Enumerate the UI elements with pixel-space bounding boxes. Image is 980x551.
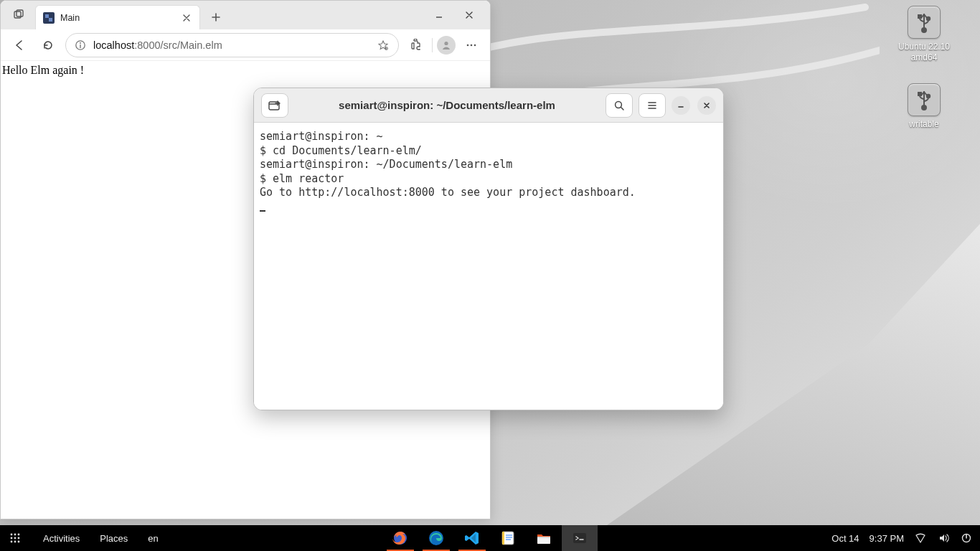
browser-window-controls [427, 5, 490, 29]
terminal-line: $ elm reactor [260, 172, 344, 185]
browser-tab-main[interactable]: Main [35, 5, 200, 29]
svg-point-18 [11, 534, 13, 536]
svg-point-15 [474, 44, 476, 46]
terminal-minimize-button[interactable] [672, 96, 690, 115]
terminal-close-button[interactable] [697, 96, 716, 115]
svg-rect-1 [918, 15, 921, 18]
places-menu[interactable]: Places [90, 533, 138, 544]
power-icon[interactable] [960, 532, 973, 545]
svg-rect-33 [573, 533, 586, 543]
activities-menu[interactable]: Activities [33, 533, 90, 544]
tab-actions-button[interactable] [6, 3, 31, 27]
svg-rect-10 [80, 44, 80, 48]
browser-close-button[interactable] [457, 5, 481, 25]
page-text: Hello Elm again ! [2, 64, 84, 76]
svg-point-19 [14, 534, 17, 536]
browser-toolbar: localhost:8000/src/Main.elm [1, 29, 490, 61]
svg-rect-32 [537, 537, 550, 538]
profile-button[interactable] [437, 36, 456, 55]
svg-point-22 [14, 537, 17, 540]
site-info-icon[interactable] [73, 38, 88, 52]
task-firefox[interactable] [382, 525, 418, 551]
terminal-window: semiart@inspiron: ~/Documents/learn-elm … [253, 88, 724, 410]
terminal-title: semiart@inspiron: ~/Documents/learn-elm [294, 99, 600, 111]
tab-close-button[interactable] [181, 12, 192, 24]
volume-icon[interactable] [937, 532, 950, 545]
browser-tab-strip: Main [1, 1, 490, 29]
task-edge[interactable] [418, 525, 454, 551]
svg-point-24 [11, 541, 13, 543]
app-grid-button[interactable] [7, 530, 23, 546]
terminal-line: semiart@inspiron: ~/Documents/learn-elm [260, 158, 512, 171]
refresh-button[interactable] [37, 34, 60, 57]
desktop-icons: Ubuntu 22.10amd64 writable [888, 6, 960, 130]
status-area: Oct 14 9:37 PM [831, 532, 973, 545]
terminal-body[interactable]: semiart@inspiron: ~ $ cd Documents/learn… [254, 123, 723, 410]
svg-point-2 [927, 17, 930, 20]
terminal-new-tab-button[interactable] [261, 93, 288, 118]
panel-time[interactable]: 9:37 PM [870, 533, 904, 544]
terminal-window-controls [672, 96, 716, 115]
usb-icon [908, 6, 941, 39]
desktop-icon-ubuntu[interactable]: Ubuntu 22.10amd64 [898, 6, 950, 63]
svg-point-25 [14, 541, 17, 543]
network-icon[interactable] [914, 532, 927, 545]
terminal-search-button[interactable] [606, 93, 633, 118]
panel-date[interactable]: Oct 14 [831, 533, 859, 544]
extensions-button[interactable] [405, 34, 428, 57]
svg-point-5 [927, 95, 930, 98]
svg-point-9 [80, 42, 81, 44]
svg-point-14 [471, 44, 473, 46]
browser-minimize-button[interactable] [427, 5, 451, 25]
task-vscode[interactable] [454, 525, 490, 551]
terminal-line: semiart@inspiron: ~ [260, 130, 383, 143]
svg-point-23 [18, 537, 20, 540]
terminal-line: $ cd Documents/learn-elm/ [260, 144, 422, 157]
desktop-icon-label: writable [909, 119, 938, 130]
svg-point-13 [467, 44, 469, 46]
terminal-line: Go to http://localhost:8000 to see your … [260, 186, 636, 199]
svg-point-12 [444, 41, 448, 44]
tab-title: Main [60, 13, 175, 23]
terminal-header: semiart@inspiron: ~/Documents/learn-elm [254, 88, 723, 123]
task-terminal[interactable] [562, 525, 598, 551]
address-bar[interactable]: localhost:8000/src/Main.elm [65, 33, 399, 57]
new-tab-button[interactable] [206, 7, 226, 27]
task-files[interactable] [526, 525, 562, 551]
terminal-cursor [260, 210, 265, 212]
svg-point-21 [11, 537, 13, 540]
desktop-icon-writable[interactable]: writable [908, 83, 941, 130]
svg-rect-30 [502, 532, 504, 545]
back-button[interactable] [8, 34, 31, 57]
more-button[interactable] [460, 34, 483, 57]
taskbar [382, 525, 598, 551]
usb-icon [908, 83, 941, 116]
desktop-icon-label: Ubuntu 22.10amd64 [898, 42, 950, 63]
url-text: localhost:8000/src/Main.elm [93, 39, 369, 51]
favorite-button[interactable] [375, 37, 391, 53]
elm-favicon [43, 12, 55, 24]
svg-rect-4 [918, 93, 921, 95]
toolbar-divider [432, 38, 433, 52]
task-text-editor[interactable] [490, 525, 526, 551]
terminal-menu-button[interactable] [639, 93, 666, 118]
svg-point-26 [18, 541, 20, 543]
svg-point-20 [18, 534, 20, 536]
bottom-panel: Activities Places en Oct 14 9:37 PM [0, 525, 980, 551]
lang-indicator[interactable]: en [138, 533, 168, 544]
